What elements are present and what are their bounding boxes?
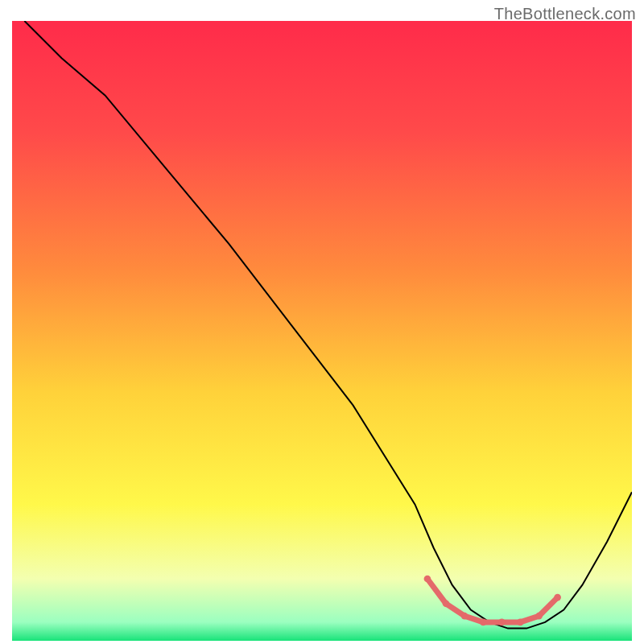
optimal-range-dot <box>461 613 469 620</box>
optimal-range-dot <box>480 619 487 626</box>
optimal-range-dot <box>517 619 524 626</box>
bottleneck-chart: TheBottleneck.com <box>0 0 644 644</box>
gradient-background <box>12 21 632 641</box>
optimal-range-dot <box>424 576 431 583</box>
optimal-range-dot <box>498 619 506 626</box>
optimal-range-dot <box>443 600 450 607</box>
optimal-range-dot <box>554 594 561 601</box>
optimal-range-dot <box>535 613 543 620</box>
chart-plot-area <box>12 21 632 641</box>
chart-svg <box>12 21 632 641</box>
